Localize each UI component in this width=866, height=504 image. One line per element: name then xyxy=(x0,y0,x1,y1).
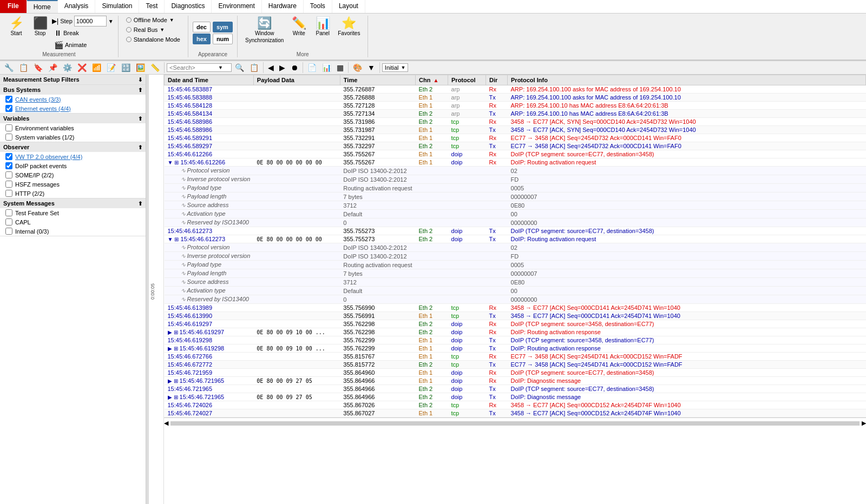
scrollbar-right[interactable]: ▶ xyxy=(862,420,866,427)
can-events-link[interactable]: CAN events (3/3) xyxy=(15,96,61,103)
expand-icon[interactable]: ▶ xyxy=(168,394,172,400)
expand-icon[interactable]: ▶ xyxy=(168,346,172,352)
tab-environment[interactable]: Environment xyxy=(212,0,261,13)
capl-checkbox[interactable] xyxy=(5,218,12,226)
table-row-expand[interactable]: ▼ ⊞ 15:45:46.612266 0E 80 00 00 00 00 00… xyxy=(165,158,866,167)
tab-simulation[interactable]: Simulation xyxy=(95,0,139,13)
table-row[interactable]: 15:45:46.612273 355.755273 Eth 2 doip Tx… xyxy=(165,227,866,235)
step-input[interactable] xyxy=(74,16,107,26)
item-env-vars[interactable]: Environment variables xyxy=(0,123,146,132)
ethernet-events-link[interactable]: Ethernet events (4/4) xyxy=(15,105,71,112)
table-row[interactable]: 15:45:46.583888 355.726888 Eth 1 arp Tx … xyxy=(165,94,866,102)
some-ip-checkbox[interactable] xyxy=(5,171,12,178)
toolbar-btn-5[interactable]: ⚙️ xyxy=(61,62,74,73)
expand-icon[interactable]: ▼ xyxy=(168,236,173,242)
table-row[interactable]: 15:45:46.584128 355.727128 Eth 1 arp Rx … xyxy=(165,102,866,110)
col-header-chn[interactable]: Chn ▲ xyxy=(416,75,448,85)
vw-tp-link[interactable]: VW TP 2.0 observer (4/4) xyxy=(15,154,82,160)
toolbar-btn-11[interactable]: 📏 xyxy=(148,62,162,73)
tab-diagnostics[interactable]: Diagnostics xyxy=(165,0,212,13)
tab-tools[interactable]: Tools xyxy=(304,0,332,13)
tab-analysis[interactable]: Analysis xyxy=(58,0,96,13)
search-dropdown-icon[interactable]: ▼ xyxy=(218,65,223,70)
standalone-mode-button[interactable]: Standalone Mode xyxy=(123,35,183,44)
can-checkbox[interactable] xyxy=(5,96,12,103)
toolbar-btn-7[interactable]: 📶 xyxy=(90,62,103,73)
tab-file[interactable]: File xyxy=(0,0,27,13)
toolbar-btn-nav2[interactable]: ▶ xyxy=(277,62,287,73)
toolbar-btn-view1[interactable]: 📄 xyxy=(305,62,319,73)
hex-button[interactable]: hex xyxy=(193,34,211,44)
real-bus-dropdown[interactable]: ▼ xyxy=(160,27,165,32)
item-ethernet-events[interactable]: Ethernet events (4/4) xyxy=(0,104,146,113)
break-button[interactable]: ⏸ Break xyxy=(52,28,114,38)
real-bus-button[interactable]: Real Bus ▼ xyxy=(123,25,168,34)
toolbar-btn-view3[interactable]: ▦ xyxy=(334,62,346,73)
item-http[interactable]: HTTP (2/2) xyxy=(0,189,146,198)
toolbar-btn-4[interactable]: 📌 xyxy=(46,62,60,73)
toolbar-btn-10[interactable]: 🖼️ xyxy=(134,62,147,73)
toolbar-btn-1[interactable]: 🔧 xyxy=(2,62,16,73)
col-header-dt[interactable]: Date and Time xyxy=(165,75,254,85)
initial-dropdown-icon[interactable]: ▼ xyxy=(401,65,406,70)
section-header-system[interactable]: System Messages ⬆ xyxy=(0,198,146,208)
col-header-proto[interactable]: Protocol xyxy=(448,75,486,85)
section-header-variables[interactable]: Variables ⬆ xyxy=(0,114,146,123)
item-vw-tp[interactable]: VW TP 2.0 observer (4/4) xyxy=(0,152,146,161)
item-internal[interactable]: Internal (0/3) xyxy=(0,227,146,236)
table-row[interactable]: 15:45:46.619297 355.762298 Eth 2 doip Rx… xyxy=(165,320,866,328)
offline-mode-button[interactable]: Offline Mode ▼ xyxy=(123,16,178,24)
animate-button[interactable]: 🎬 Animate xyxy=(52,39,114,50)
table-row[interactable]: 15:45:46.583887 355.726887 Eth 2 arp Rx … xyxy=(165,85,866,94)
table-row[interactable]: 15:45:46.672772 355.815772 Eth 2 tcp Tx … xyxy=(165,361,866,369)
packet-table-wrap[interactable]: Date and Time Payload Data Time Chn ▲ Pr… xyxy=(164,75,866,504)
toolbar-btn-view2[interactable]: 📊 xyxy=(320,62,333,73)
table-row[interactable]: 15:45:46.721965 355.864966 Eth 2 doip Tx… xyxy=(165,385,866,393)
col-header-dir[interactable]: Dir xyxy=(486,75,508,85)
tab-test[interactable]: Test xyxy=(139,0,165,13)
item-hsfz[interactable]: HSFZ messages xyxy=(0,180,146,189)
internal-checkbox[interactable] xyxy=(5,228,12,235)
favorites-button[interactable]: ⭐ Favorites xyxy=(334,16,363,38)
section-header-bus[interactable]: Bus Systems ⬆ xyxy=(0,85,146,95)
ethernet-checkbox[interactable] xyxy=(5,105,12,112)
toolbar-btn-nav1[interactable]: ◀ xyxy=(266,62,276,73)
col-header-time[interactable]: Time xyxy=(340,75,415,85)
dec-button[interactable]: dec xyxy=(193,22,211,32)
tab-home[interactable]: Home xyxy=(27,0,58,13)
table-row-expand[interactable]: ▶ ⊞ 15:45:46.619298 0E 80 00 09 10 00 ..… xyxy=(165,344,866,353)
scrollbar-thumb[interactable] xyxy=(170,421,860,426)
toolbar-btn-9[interactable]: 🔡 xyxy=(119,62,133,73)
toolbar-btn-6[interactable]: ❌ xyxy=(75,62,89,73)
toolbar-btn-8[interactable]: 📝 xyxy=(104,62,118,73)
vw-tp-checkbox[interactable] xyxy=(5,153,12,160)
item-test-feature[interactable]: Test Feature Set xyxy=(0,208,146,217)
toolbar-btn-filter[interactable]: ▼ xyxy=(365,62,377,73)
write-button[interactable]: ✏️ Write xyxy=(287,16,311,38)
env-vars-checkbox[interactable] xyxy=(5,124,12,131)
search-input[interactable] xyxy=(169,64,218,71)
test-feature-checkbox[interactable] xyxy=(5,209,12,216)
item-capl[interactable]: CAPL xyxy=(0,217,146,227)
expand-icon[interactable]: ▼ xyxy=(168,160,173,165)
col-header-info[interactable]: Protocol Info xyxy=(508,75,866,85)
table-row[interactable]: 15:45:46.588986 355.731986 Eth 2 tcp Rx … xyxy=(165,118,866,126)
panel-button[interactable]: 📊 Panel xyxy=(311,16,334,38)
tab-hardware[interactable]: Hardware xyxy=(262,0,304,13)
table-row[interactable]: 15:45:46.672766 355.815767 Eth 1 tcp Rx … xyxy=(165,353,866,361)
table-row[interactable]: 15:45:46.588986 355.731987 Eth 1 tcp Tx … xyxy=(165,126,866,134)
scrollbar-left[interactable]: ◀ xyxy=(164,420,168,427)
table-row[interactable]: 15:45:46.612266 355.755267 Eth 1 doip Rx… xyxy=(165,150,866,158)
expand-icon[interactable]: ▶ xyxy=(168,378,172,384)
http-checkbox[interactable] xyxy=(5,190,12,197)
stop-button[interactable]: ⬛ Stop xyxy=(28,16,52,38)
table-row-expand[interactable]: ▶ ⊞ 15:45:46.619297 0E 80 00 09 10 00 ..… xyxy=(165,328,866,336)
toolbar-btn-color[interactable]: 🎨 xyxy=(351,62,364,73)
table-row[interactable]: 15:45:46.619298 355.762299 Eth 1 doip Tx… xyxy=(165,336,866,344)
cell-expand-dt[interactable]: ▼ ⊞ 15:45:46.612266 xyxy=(165,158,254,167)
tab-layout[interactable]: Layout xyxy=(332,0,365,13)
cell-expand-dt[interactable]: ▶ ⊞ 15:45:46.721965 xyxy=(165,393,254,401)
cell-expand-dt[interactable]: ▶ ⊞ 15:45:46.721965 xyxy=(165,377,254,385)
table-row[interactable]: 15:45:46.724026 355.867026 Eth 2 tcp Rx … xyxy=(165,401,866,409)
hsfz-checkbox[interactable] xyxy=(5,181,12,188)
